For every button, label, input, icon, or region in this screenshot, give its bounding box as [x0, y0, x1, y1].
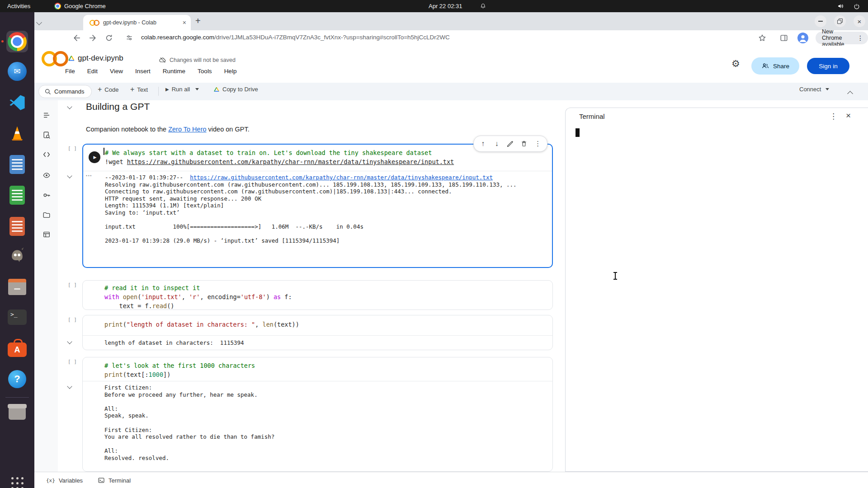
- output-options-icon[interactable]: •••: [86, 174, 92, 178]
- settings-gear-icon[interactable]: ⚙: [731, 58, 740, 69]
- code-cell[interactable]: print("length of dataset in characters: …: [82, 315, 553, 350]
- edit-with-ai-button[interactable]: [506, 139, 515, 148]
- share-label: Share: [773, 63, 789, 70]
- notification-bell-icon[interactable]: [480, 3, 486, 9]
- google-chrome-dock-icon[interactable]: [6, 31, 28, 52]
- find-and-replace-icon[interactable]: [42, 130, 52, 140]
- execution-count[interactable]: [ ]: [68, 282, 77, 288]
- copy-to-drive-button[interactable]: Copy to Drive: [213, 86, 258, 93]
- output-collapse-icon[interactable]: [67, 173, 72, 178]
- restore-button[interactable]: [834, 15, 846, 27]
- plus-icon: +: [98, 86, 102, 93]
- add-code-button[interactable]: + Code: [98, 86, 118, 93]
- code-editor[interactable]: # read it in to inspect itwith open('inp…: [83, 281, 552, 310]
- new-tab-button[interactable]: +: [195, 16, 201, 26]
- tab-search-chevron-icon[interactable]: [37, 18, 41, 26]
- sign-in-button[interactable]: Sign in: [807, 58, 849, 74]
- minimize-button[interactable]: [815, 15, 826, 27]
- code-snippets-icon[interactable]: [42, 150, 52, 160]
- colab-logo[interactable]: [42, 51, 68, 66]
- add-text-button[interactable]: + Text: [130, 86, 148, 93]
- browser-tab[interactable]: gpt-dev.ipynb - Colab ×: [83, 15, 191, 30]
- more-options-button[interactable]: ⋮: [533, 139, 542, 148]
- zero-to-hero-link[interactable]: Zero To Hero: [168, 126, 206, 133]
- code-editor[interactable]: # let's look at the first 1000 character…: [83, 357, 552, 381]
- notebook-filename[interactable]: gpt-dev.ipynb: [78, 54, 123, 63]
- code-cell[interactable]: # read it in to inspect itwith open('inp…: [82, 280, 553, 310]
- activities-button[interactable]: Activities: [7, 3, 30, 9]
- vscode-dock-icon[interactable]: [6, 92, 28, 113]
- execution-count[interactable]: [ ]: [68, 145, 77, 151]
- menu-edit[interactable]: Edit: [87, 68, 98, 75]
- output-collapse-icon[interactable]: [67, 384, 72, 389]
- menu-view[interactable]: View: [110, 68, 123, 75]
- variables-label: Variables: [59, 477, 83, 484]
- delete-cell-button[interactable]: [519, 139, 528, 148]
- menu-file[interactable]: File: [65, 68, 75, 75]
- power-icon[interactable]: [854, 3, 860, 9]
- terminal-menu-kebab-icon[interactable]: ⋮: [830, 112, 837, 121]
- code-cell[interactable]: # let's look at the first 1000 character…: [82, 357, 553, 472]
- site-info-icon[interactable]: [125, 33, 134, 42]
- ubuntu-software-dock-icon[interactable]: A: [6, 337, 28, 359]
- thunderbird-dock-icon[interactable]: ✉: [6, 61, 28, 82]
- variable-inspector-icon[interactable]: [42, 170, 52, 180]
- terminal-cursor[interactable]: [576, 128, 580, 137]
- collapse-header-icon[interactable]: [848, 89, 852, 98]
- address-bar[interactable]: colab.research.google.com/drive/1JMLa53H…: [141, 34, 450, 41]
- browser-menu-kebab-icon[interactable]: ⋮: [857, 34, 863, 42]
- data-table-icon[interactable]: [42, 230, 52, 239]
- menu-help[interactable]: Help: [224, 68, 237, 75]
- reload-button[interactable]: [104, 33, 113, 42]
- tab-strip: gpt-dev.ipynb - Colab × + ×: [34, 12, 868, 30]
- chrome-update-chip[interactable]: New Chrome available ⋮: [816, 32, 868, 44]
- code-editor[interactable]: print("length of dataset in characters: …: [83, 315, 552, 335]
- menu-tools[interactable]: Tools: [198, 68, 212, 75]
- focused-app-indicator[interactable]: Google Chrome: [54, 3, 106, 9]
- files-icon[interactable]: [42, 210, 52, 220]
- app-grid-dock-icon[interactable]: [6, 472, 28, 488]
- run-cell-button[interactable]: ▶: [89, 151, 100, 163]
- connect-button[interactable]: Connect: [799, 86, 829, 93]
- menu-insert[interactable]: Insert: [135, 68, 151, 75]
- libreoffice-writer-dock-icon[interactable]: [6, 154, 28, 175]
- libreoffice-impress-dock-icon[interactable]: [6, 216, 28, 237]
- code-line: print(text[:1000]): [104, 370, 552, 379]
- volume-icon[interactable]: [837, 3, 844, 9]
- commands-button[interactable]: Commands: [38, 85, 92, 98]
- execution-count[interactable]: [ ]: [68, 317, 77, 323]
- menu-runtime[interactable]: Runtime: [163, 68, 185, 75]
- section-collapse-icon[interactable]: [67, 104, 72, 109]
- run-all-button[interactable]: ▶ Run all: [165, 86, 199, 93]
- profile-avatar[interactable]: [797, 33, 808, 43]
- share-button[interactable]: Share: [751, 57, 799, 75]
- secrets-icon[interactable]: [42, 190, 52, 200]
- code-cell[interactable]: ▶# We always start with a dataset to tra…: [82, 144, 553, 268]
- output-collapse-icon[interactable]: [67, 339, 72, 344]
- execution-count[interactable]: [ ]: [68, 359, 77, 365]
- table-of-contents-icon[interactable]: [42, 110, 52, 120]
- output-line: First Citizen:: [104, 427, 552, 434]
- files-dock-icon[interactable]: [6, 276, 28, 298]
- clock-menu[interactable]: Apr 22 02:31: [429, 3, 462, 9]
- vlc-dock-icon[interactable]: [6, 122, 28, 144]
- move-cell-down-button[interactable]: ↓: [492, 139, 501, 148]
- terminal-close-icon[interactable]: ×: [846, 111, 851, 121]
- libreoffice-calc-dock-icon[interactable]: [6, 184, 28, 206]
- back-button[interactable]: [72, 33, 81, 42]
- close-window-button[interactable]: ×: [854, 15, 865, 27]
- terminal-dock-icon[interactable]: >_: [6, 306, 28, 328]
- update-chip-label: New Chrome available: [822, 28, 854, 47]
- variables-button[interactable]: {x} Variables: [46, 472, 83, 488]
- tab-close-icon[interactable]: ×: [183, 19, 186, 26]
- bookmark-star-icon[interactable]: [758, 33, 767, 42]
- side-panel-icon[interactable]: [779, 33, 788, 42]
- package-dock-icon[interactable]: [6, 401, 28, 422]
- terminal-footer-button[interactable]: Terminal: [98, 472, 131, 488]
- forward-button[interactable]: [88, 33, 97, 42]
- run-all-dropdown-icon[interactable]: [195, 88, 199, 90]
- gimp-dock-icon[interactable]: [6, 244, 28, 265]
- help-dock-icon[interactable]: ?: [6, 368, 28, 390]
- move-cell-up-button[interactable]: ↑: [478, 139, 487, 148]
- connect-dropdown-icon[interactable]: [826, 88, 829, 90]
